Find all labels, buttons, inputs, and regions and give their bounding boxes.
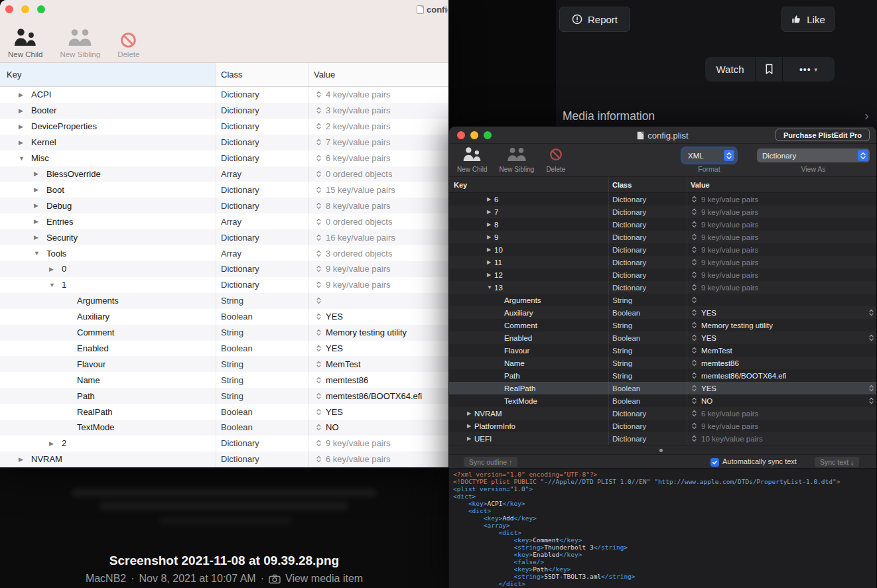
right-plist-row-PlatformInfo[interactable]: ▶PlatformInfoDictionary9 key/value pairs (449, 420, 876, 432)
left-plist-row-Flavour[interactable]: FlavourStringMemTest (0, 356, 448, 372)
value-stepper-icon[interactable] (316, 392, 321, 400)
class-cell[interactable]: String (216, 391, 308, 401)
disclosure-collapsed-icon[interactable]: ▶ (49, 266, 62, 272)
value-stepper-icon[interactable] (316, 313, 321, 320)
class-cell[interactable]: Array (216, 169, 308, 179)
boolean-popup-stepper-icon[interactable] (869, 384, 874, 392)
sync-outline-button[interactable]: Sync outline ↑ (464, 457, 517, 467)
disclosure-collapsed-icon[interactable]: ▶ (19, 91, 31, 98)
left-plist-row-Auxiliary[interactable]: AuxiliaryBooleanYES (0, 309, 448, 325)
left-plist-row-Name[interactable]: NameStringmemtest86 (0, 372, 448, 388)
value-stepper-icon[interactable] (692, 435, 697, 442)
disclosure-collapsed-icon[interactable]: ▶ (34, 202, 46, 209)
disclosure-collapsed-icon[interactable]: ▶ (487, 259, 494, 265)
right-plist-row-NVRAM[interactable]: ▶NVRAMDictionary6 key/value pairs (449, 407, 876, 420)
class-cell[interactable]: String (608, 296, 687, 304)
class-cell[interactable]: String (216, 327, 308, 337)
left-plist-row-RealPath[interactable]: RealPathBooleanYES (0, 404, 448, 420)
value-stepper-icon[interactable] (316, 107, 321, 114)
right-window-titlebar[interactable]: config.plist Purchase PlistEdit Pro (449, 127, 876, 144)
disclosure-collapsed-icon[interactable]: ▶ (34, 186, 46, 193)
value-stepper-icon[interactable] (316, 250, 321, 257)
class-cell[interactable]: Boolean (216, 343, 308, 353)
value-stepper-icon[interactable] (316, 424, 321, 431)
right-plist-row-Arguments[interactable]: ArgumentsString (449, 294, 876, 306)
boolean-popup-stepper-icon[interactable] (869, 397, 874, 404)
right-plist-row-UEFI[interactable]: ▶UEFIDictionary10 key/value pairs (449, 432, 876, 445)
left-plist-row-Kernel[interactable]: ▶KernelDictionary7 key/value pairs (0, 135, 448, 150)
delete-button[interactable]: Delete (546, 148, 565, 173)
new-child-button[interactable]: New Child (8, 29, 42, 58)
class-cell[interactable]: Boolean (608, 384, 687, 392)
like-button[interactable]: Like (781, 7, 835, 32)
value-stepper-icon[interactable] (692, 422, 697, 430)
delete-button[interactable]: Delete (117, 32, 139, 58)
disclosure-collapsed-icon[interactable]: ▶ (19, 456, 31, 463)
right-plist-row-10[interactable]: ▶10Dictionary9 key/value pairs (449, 243, 876, 256)
value-stepper-icon[interactable] (692, 221, 697, 228)
left-plist-row-Boot[interactable]: ▶BootDictionary15 key/value pairs (0, 182, 448, 198)
class-cell[interactable]: String (216, 359, 308, 369)
value-stepper-icon[interactable] (692, 359, 697, 367)
class-cell[interactable]: Dictionary (608, 271, 687, 279)
class-cell[interactable]: String (608, 322, 687, 329)
disclosure-collapsed-icon[interactable]: ▶ (487, 196, 494, 202)
column-header-value[interactable]: Value (687, 181, 876, 189)
class-cell[interactable]: Boolean (608, 309, 687, 317)
value-stepper-icon[interactable] (316, 170, 321, 178)
value-stepper-icon[interactable] (316, 234, 321, 241)
view-as-popup[interactable]: Dictionary (757, 148, 870, 162)
watch-button[interactable]: Watch (705, 57, 755, 82)
new-sibling-button[interactable]: New Sibling (60, 29, 100, 58)
report-button[interactable]: Report (559, 7, 630, 32)
class-cell[interactable]: Dictionary (608, 410, 687, 418)
value-stepper-icon[interactable] (692, 309, 697, 316)
value-stepper-icon[interactable] (316, 265, 321, 272)
class-cell[interactable]: Dictionary (608, 246, 687, 254)
disclosure-collapsed-icon[interactable]: ▶ (19, 123, 31, 130)
format-popup[interactable]: XML (683, 148, 736, 162)
media-author-link[interactable]: MacNB2 (86, 573, 126, 585)
purchase-plistedit-pro-button[interactable]: Purchase PlistEdit Pro (776, 129, 870, 141)
right-plist-row-13[interactable]: ▼13Dictionary9 key/value pairs (449, 281, 876, 294)
value-stepper-icon[interactable] (692, 233, 697, 241)
value-stepper-icon[interactable] (316, 361, 321, 368)
class-cell[interactable]: Dictionary (608, 422, 687, 430)
disclosure-expanded-icon[interactable]: ▼ (49, 282, 62, 288)
class-cell[interactable]: String (608, 359, 687, 367)
right-plist-row-Enabled[interactable]: EnabledBooleanYES (449, 331, 876, 344)
disclosure-collapsed-icon[interactable]: ▶ (34, 170, 46, 177)
value-stepper-icon[interactable] (692, 208, 697, 215)
disclosure-collapsed-icon[interactable]: ▶ (34, 234, 46, 241)
disclosure-collapsed-icon[interactable]: ▶ (467, 410, 474, 416)
disclosure-collapsed-icon[interactable]: ▶ (487, 221, 494, 227)
class-cell[interactable]: Dictionary (608, 233, 687, 241)
class-cell[interactable]: Dictionary (608, 435, 687, 443)
left-plist-row-Misc[interactable]: ▼MiscDictionary6 key/value pairs (0, 150, 448, 166)
disclosure-expanded-icon[interactable]: ▼ (19, 155, 31, 162)
bookmark-button[interactable] (755, 57, 783, 82)
class-cell[interactable]: String (216, 296, 308, 306)
value-stepper-icon[interactable] (692, 347, 697, 354)
value-stepper-icon[interactable] (316, 202, 321, 209)
class-cell[interactable]: Dictionary (216, 89, 308, 99)
value-stepper-icon[interactable] (316, 186, 321, 194)
left-plist-row-1[interactable]: ▼1Dictionary9 key/value pairs (0, 277, 448, 293)
disclosure-collapsed-icon[interactable]: ▶ (487, 234, 494, 240)
right-plist-row-8[interactable]: ▶8Dictionary9 key/value pairs (449, 218, 876, 231)
right-plist-row-9[interactable]: ▶9Dictionary9 key/value pairs (449, 231, 876, 243)
right-plist-row-Comment[interactable]: CommentStringMemory testing utility (449, 319, 876, 331)
right-plist-row-Name[interactable]: NameStringmemtest86 (449, 357, 876, 369)
right-plist-row-Path[interactable]: PathStringmemtest86/BOOTX64.efi (449, 369, 876, 382)
left-plist-row-Tools[interactable]: ▼ToolsArray3 ordered objects (0, 245, 448, 261)
value-stepper-icon[interactable] (692, 334, 697, 341)
disclosure-collapsed-icon[interactable]: ▶ (19, 139, 31, 146)
class-cell[interactable]: Dictionary (216, 454, 308, 464)
value-stepper-icon[interactable] (692, 322, 697, 329)
left-window-titlebar[interactable]: config.plist (0, 0, 448, 19)
disclosure-collapsed-icon[interactable]: ▶ (49, 440, 62, 447)
left-plist-row-Booter[interactable]: ▶BooterDictionary3 key/value pairs (0, 103, 448, 119)
column-header-key[interactable]: Key (449, 181, 608, 189)
right-plist-row-6[interactable]: ▶6Dictionary9 key/value pairs (449, 193, 876, 206)
value-stepper-icon[interactable] (692, 271, 697, 278)
